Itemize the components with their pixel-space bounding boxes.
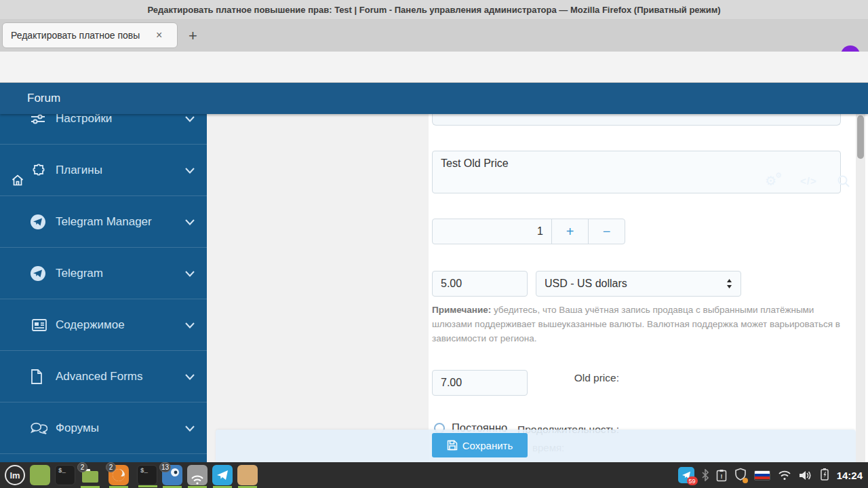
window-titlebar: Редактировать платное повышение прав: Te… bbox=[0, 0, 868, 19]
telegram-unread-badge: 59 bbox=[687, 476, 698, 485]
chat-app-icon[interactable]: 13 bbox=[162, 465, 182, 485]
document-icon bbox=[30, 369, 47, 385]
floppy-disk-icon bbox=[447, 440, 458, 451]
terminal-glyph: $_ bbox=[140, 468, 148, 474]
chevron-down-icon bbox=[185, 322, 195, 329]
window-title: Редактировать платное повышение прав: Te… bbox=[147, 5, 720, 15]
wifi-app-icon[interactable] bbox=[187, 465, 208, 485]
display-order-stepper: 1 + − bbox=[432, 219, 625, 244]
svg-text:!: ! bbox=[720, 473, 722, 480]
sidebar-item-label: Плагины bbox=[56, 164, 185, 177]
scrollbar-thumb[interactable] bbox=[857, 115, 864, 159]
file-manager-icon[interactable]: 2 bbox=[80, 465, 100, 485]
currency-value: USD - US dollars bbox=[545, 278, 627, 290]
tab-title: Редактировать платное повы bbox=[11, 30, 153, 41]
terminal-icon[interactable]: $_ bbox=[55, 465, 75, 485]
active-indicator bbox=[138, 485, 157, 487]
mint-menu-button[interactable]: lm bbox=[5, 465, 25, 485]
old-price-value: 7.00 bbox=[441, 377, 462, 389]
sidebar-item-label: Telegram bbox=[56, 267, 185, 280]
price-note-body: убедитесь, что Ваша учётная запись прода… bbox=[432, 305, 840, 343]
chat-bubbles-icon bbox=[30, 421, 47, 436]
display-order-input[interactable]: 1 bbox=[433, 219, 551, 244]
battery-icon[interactable] bbox=[820, 468, 829, 483]
firefox-badge: 2 bbox=[106, 462, 116, 472]
admin-search-icon[interactable] bbox=[837, 174, 850, 191]
shield-alert-dot bbox=[743, 478, 748, 483]
currency-select[interactable]: USD - US dollars bbox=[536, 271, 741, 297]
desktop-window-icon[interactable] bbox=[30, 465, 50, 485]
system-tray: 59 ! 14:24 bbox=[678, 467, 863, 483]
admin-nav-bar: Forum ⚙⚙ </> bbox=[0, 83, 868, 114]
browser-toolbar: ← → ⟳ xenforo/admin.php?user-upgrades/te… bbox=[0, 52, 868, 83]
chat-badge: 13 bbox=[159, 462, 171, 472]
bluetooth-icon[interactable] bbox=[702, 469, 709, 481]
title-input-partial[interactable] bbox=[432, 114, 841, 126]
sidebar-item-settings[interactable]: Настройки bbox=[0, 114, 207, 145]
sidebar-item-forums[interactable]: Форумы bbox=[0, 403, 207, 454]
select-arrows-icon bbox=[726, 278, 732, 289]
volume-icon[interactable] bbox=[799, 470, 812, 481]
sidebar-item-label: Telegram Manager bbox=[56, 215, 185, 229]
admin-code-icon[interactable]: </> bbox=[800, 175, 817, 187]
sidebar-item-advanced-forms[interactable]: Advanced Forms bbox=[0, 352, 207, 402]
new-tab-button[interactable]: + bbox=[189, 27, 197, 45]
chevron-down-icon bbox=[185, 374, 195, 380]
save-button[interactable]: Сохранить bbox=[432, 433, 528, 457]
stepper-minus-button[interactable]: − bbox=[588, 219, 625, 244]
chevron-down-icon bbox=[185, 271, 195, 277]
browser-tab[interactable]: Редактировать платное повы × bbox=[2, 22, 178, 48]
shield-icon[interactable] bbox=[734, 468, 747, 483]
wifi-tray-icon[interactable] bbox=[778, 470, 791, 481]
sidebar-item-plugins[interactable]: Плагины bbox=[0, 145, 207, 196]
telegram-icon bbox=[30, 214, 47, 230]
page-scrollbar[interactable] bbox=[856, 114, 865, 462]
sidebar-item-label: Advanced Forms bbox=[56, 370, 185, 383]
description-value: Test Old Price bbox=[441, 157, 509, 170]
chevron-down-icon bbox=[185, 116, 195, 122]
taskbar-clock[interactable]: 14:24 bbox=[837, 470, 863, 481]
admin-home-icon[interactable] bbox=[11, 174, 24, 189]
notes-app-icon[interactable] bbox=[237, 465, 258, 485]
chevron-down-icon bbox=[185, 219, 195, 225]
browser-tab-bar: Редактировать платное повы × + bbox=[0, 19, 868, 52]
stepper-plus-button[interactable]: + bbox=[551, 219, 588, 244]
sidebar-item-content[interactable]: Содержимое bbox=[0, 300, 207, 351]
chevron-down-icon bbox=[185, 168, 195, 174]
save-button-label: Сохранить bbox=[462, 440, 513, 451]
firefox-icon[interactable]: 2 bbox=[108, 465, 129, 485]
puzzle-icon bbox=[30, 162, 47, 179]
admin-brand[interactable]: Forum bbox=[27, 92, 60, 105]
sidebar-item-label: Форумы bbox=[56, 421, 185, 435]
telegram-tray-icon[interactable]: 59 bbox=[678, 467, 694, 483]
chevron-down-icon bbox=[185, 426, 195, 432]
clipboard-icon[interactable]: ! bbox=[716, 469, 727, 482]
keyboard-layout-flag-ru[interactable] bbox=[754, 470, 770, 481]
sidebar-item-telegram-manager[interactable]: Telegram Manager bbox=[0, 197, 207, 248]
telegram-icon bbox=[30, 265, 47, 282]
taskbar: lm $_ 2 2 $_ 13 59 ! bbox=[0, 462, 868, 488]
terminal-icon[interactable]: $_ bbox=[137, 465, 157, 485]
sliders-icon bbox=[30, 114, 47, 126]
old-price-input[interactable]: 7.00 bbox=[432, 370, 528, 396]
sidebar-item-telegram[interactable]: Telegram bbox=[0, 248, 207, 299]
price-input[interactable]: 5.00 bbox=[432, 271, 528, 297]
price-note-title: Примечание: bbox=[432, 305, 491, 315]
admin-settings-gears-icon[interactable]: ⚙⚙ bbox=[765, 173, 776, 189]
price-value: 5.00 bbox=[441, 278, 462, 290]
newspaper-icon bbox=[30, 318, 47, 333]
form-label-column bbox=[207, 114, 429, 462]
admin-sidebar: Настройки Плагины Telegram Manager Teleg… bbox=[0, 114, 207, 462]
tab-close-icon[interactable]: × bbox=[156, 29, 162, 41]
sidebar-item-label: Настройки bbox=[56, 114, 185, 126]
price-note: Примечание: убедитесь, что Ваша учётная … bbox=[432, 303, 844, 345]
telegram-app-icon[interactable] bbox=[212, 465, 233, 485]
terminal-glyph: $_ bbox=[58, 468, 66, 474]
save-bar bbox=[216, 430, 856, 462]
folder-badge: 2 bbox=[77, 462, 87, 472]
sidebar-item-label: Содержимое bbox=[56, 318, 185, 332]
form-content-area: Описание: Вы можете использовать HTML Te… bbox=[207, 114, 868, 462]
